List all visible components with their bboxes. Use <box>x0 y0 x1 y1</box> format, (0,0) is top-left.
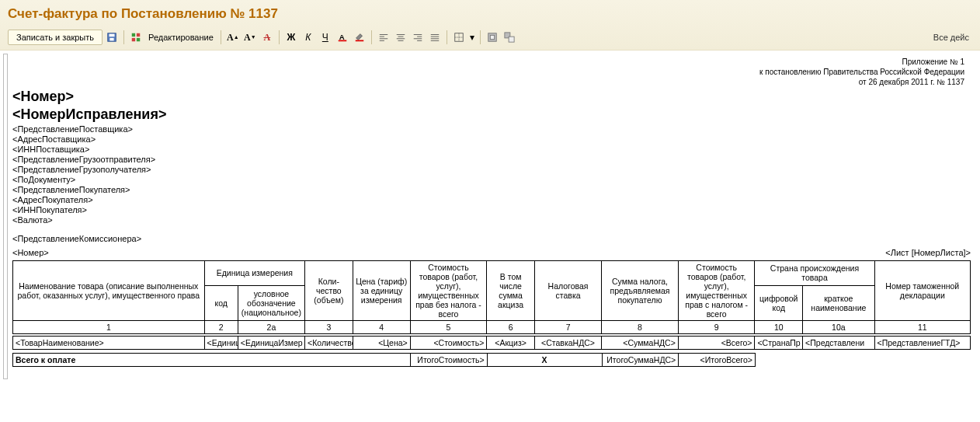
cell-cost: <Стоимость> <box>410 337 487 350</box>
attach-line3: от 26 декабря 2011 г. № 1137 <box>12 77 964 87</box>
coln-3: 3 <box>305 321 353 334</box>
col-qty: Коли-чество (объем) <box>305 261 353 321</box>
by-document: <ПоДокументу> <box>12 175 971 184</box>
cell-total: <Всего> <box>678 337 755 350</box>
col-unit-group: Единица измерения <box>204 261 304 286</box>
coln-11: 11 <box>874 321 970 334</box>
cell-country-name: <Представлени <box>803 337 874 350</box>
col-country-name: краткое наименование <box>803 285 874 320</box>
cell-vatrate: <СтавкаНДС> <box>534 337 601 350</box>
totals-row: Всего к оплате ИтогоСтоимость> X ИтогоСу… <box>13 354 971 367</box>
totals-label: Всего к оплате <box>13 354 411 367</box>
bold-icon[interactable]: Ж <box>283 30 299 45</box>
coln-1: 1 <box>13 321 205 334</box>
vertical-ruler <box>3 54 8 379</box>
svg-rect-4 <box>137 33 140 37</box>
svg-rect-1 <box>109 34 115 37</box>
svg-text:A: A <box>339 33 344 41</box>
italic-icon[interactable]: К <box>301 30 316 45</box>
col-total: Стоимость товаров (работ, услуг), имущес… <box>678 261 755 321</box>
attach-line1: Приложение № 1 <box>12 57 964 67</box>
font-decrease-icon[interactable]: A▼ <box>242 30 258 45</box>
bg-color-icon[interactable] <box>352 30 367 45</box>
coln-6: 6 <box>487 321 535 334</box>
align-justify-icon[interactable] <box>427 30 443 45</box>
coln-2a: 2а <box>238 321 304 334</box>
col-vatsum: Сумма налога, предъявляемая покупателю <box>602 261 679 321</box>
coln-5: 5 <box>410 321 487 334</box>
totals-table: Всего к оплате ИтогоСтоимость> X ИтогоСу… <box>12 353 971 367</box>
save-close-button[interactable]: Записать и закрыть <box>8 30 103 45</box>
borders-icon[interactable] <box>451 30 467 45</box>
shipper-repr: <ПредставлениеГрузоотправителя> <box>12 155 971 164</box>
buyer-addr: <АдресПокупателя> <box>12 195 971 204</box>
col-excise: В том числе сумма акциза <box>487 261 535 321</box>
totals-cost: ИтогоСтоимость> <box>410 354 487 367</box>
coln-9: 9 <box>678 321 755 334</box>
group-icon[interactable] <box>485 30 500 45</box>
edit-label[interactable]: Редактирование <box>145 33 217 42</box>
align-right-icon[interactable] <box>410 30 426 45</box>
col-price: Цена (тариф) за единицу измерения <box>353 261 410 321</box>
regulation-note: Приложение № 1 к постановлению Правитель… <box>12 57 971 87</box>
col-unit-name: условное обозначение (национальное) <box>238 285 304 320</box>
coln-8: 8 <box>602 321 679 334</box>
svg-rect-5 <box>132 38 135 41</box>
sheet-number: <Лист [НомерЛиста]> <box>885 248 971 257</box>
svg-rect-8 <box>339 40 347 42</box>
cell-price: <Цена> <box>353 337 410 350</box>
col-country-group: Страна происхождения товара <box>755 261 874 286</box>
supplier-inn: <ИННПоставщика> <box>12 145 971 154</box>
coln-7: 7 <box>534 321 601 334</box>
consignee-repr: <ПредставлениеГрузополучателя> <box>12 165 971 174</box>
underline-icon[interactable]: Ч <box>318 30 333 45</box>
number2: <Номер> <box>12 248 49 257</box>
cell-unit-code: <Единиц <box>204 337 238 350</box>
col-vatrate: Налоговая ставка <box>534 261 601 321</box>
cell-country-code: <СтранаПр <box>755 337 803 350</box>
coln-10: 10 <box>755 321 803 334</box>
align-left-icon[interactable] <box>376 30 391 45</box>
commissioner-repr: <ПредставлениеКомиссионера> <box>12 234 971 243</box>
attach-line2: к постановлению Правительства Российской… <box>12 67 964 77</box>
supplier-repr: <ПредставлениеПоставщика> <box>12 124 971 134</box>
coln-10a: 10а <box>803 321 874 334</box>
all-actions-link[interactable]: Все дейс <box>933 33 972 42</box>
detail-table: <ТоварНаименование> <Единиц <ЕдиницаИзме… <box>12 336 971 350</box>
table-row: <ТоварНаименование> <Единиц <ЕдиницаИзме… <box>13 337 971 350</box>
buyer-repr: <ПредставлениеПокупателя> <box>12 185 971 194</box>
coln-4: 4 <box>353 321 410 334</box>
coln-2: 2 <box>204 321 238 334</box>
cell-vatsum: <СуммаНДС> <box>602 337 679 350</box>
supplier-addr: <АдресПоставщика> <box>12 134 971 144</box>
edit-mode-icon[interactable] <box>128 30 144 45</box>
ungroup-icon[interactable] <box>502 30 517 45</box>
svg-rect-3 <box>132 33 135 37</box>
svg-rect-6 <box>137 38 140 41</box>
header-table: Наименование товара (описание выполненны… <box>12 260 971 334</box>
col-cost: Стоимость товаров (работ, услуг), имущес… <box>410 261 487 321</box>
col-gtd: Номер таможенной декларации <box>874 261 970 321</box>
cell-excise: <Акциз> <box>487 337 535 350</box>
toolbar: Записать и закрыть Редактирование A▲ A▼ … <box>8 28 972 48</box>
totals-total: <ИтогоВсего> <box>679 354 756 367</box>
totals-vatsum: ИтогоСуммаНДС> <box>602 354 679 367</box>
save-icon[interactable] <box>104 30 120 45</box>
page-title: Счет-фактура по Постановлению № 1137 <box>8 3 972 28</box>
buyer-inn: <ИННПокупателя> <box>12 205 971 214</box>
svg-rect-32 <box>509 37 514 42</box>
font-increase-icon[interactable]: A▲ <box>225 30 241 45</box>
totals-x: X <box>487 354 602 367</box>
borders-dropdown-icon[interactable]: ▾ <box>468 30 476 45</box>
cell-name: <ТоварНаименование> <box>13 337 205 350</box>
number-field: <Номер> <box>12 89 971 105</box>
cell-gtd: <ПредставлениеГТД> <box>874 337 970 350</box>
col-country-code: цифровой код <box>755 285 803 320</box>
correction-number-field: <НомерИсправления> <box>12 106 971 123</box>
font-color-icon[interactable]: A <box>335 30 350 45</box>
svg-rect-30 <box>490 35 494 39</box>
align-center-icon[interactable] <box>393 30 408 45</box>
font-strike-icon[interactable]: A <box>259 30 275 45</box>
col-name: Наименование товара (описание выполненны… <box>13 261 205 321</box>
col-unit-code: код <box>204 285 238 320</box>
